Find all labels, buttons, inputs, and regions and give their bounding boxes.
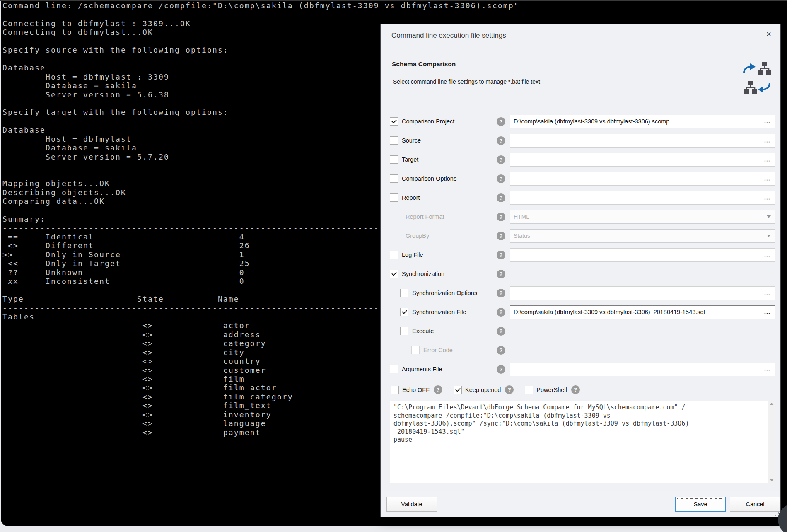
help-icon[interactable]: ? <box>497 117 505 126</box>
report-checkbox[interactable] <box>390 193 398 202</box>
scroll-down-icon[interactable] <box>770 479 774 481</box>
settings-form: Comparison Project ? … Source ? … <box>390 112 775 379</box>
log-file-input <box>514 251 762 258</box>
cancel-button[interactable]: Cancel <box>730 497 780 512</box>
screen: Command line: /schemacompare /compfile:"… <box>0 0 787 532</box>
help-icon[interactable]: ? <box>497 232 505 240</box>
source-label: Source <box>402 137 421 144</box>
synchronization-file-label: Synchronization File <box>412 309 466 315</box>
synchronization-file-checkbox[interactable] <box>400 308 408 316</box>
browse-button: … <box>762 365 773 373</box>
help-icon[interactable]: ? <box>497 193 505 202</box>
help-icon[interactable]: ? <box>497 213 505 221</box>
section-subtitle: Select command line file settings to man… <box>393 78 540 85</box>
comparison-project-input[interactable] <box>514 118 762 125</box>
comparison-options-label: Comparison Options <box>402 175 456 182</box>
bat-file-textarea[interactable]: "C:\Program Files\Devart\dbForge Schema … <box>390 401 768 483</box>
help-icon[interactable]: ? <box>497 270 505 278</box>
source-checkbox[interactable] <box>390 136 398 145</box>
browse-button: … <box>762 251 773 259</box>
report-label: Report <box>402 194 420 201</box>
report-format-label: Report Format <box>406 213 444 220</box>
execute-label: Execute <box>412 328 434 334</box>
echo-off-label: Echo OFF <box>402 387 430 393</box>
row-synchronization-file: Synchronization File ? … <box>390 302 775 322</box>
groupby-select: Status <box>510 229 775 243</box>
row-target: Target ? … <box>390 150 775 169</box>
keep-opened-checkbox[interactable] <box>454 386 462 394</box>
chevron-down-icon <box>767 215 771 218</box>
comparison-project-checkbox[interactable] <box>390 117 398 126</box>
bat-flags: Echo OFF ? Keep opened ? PowerShell ? <box>391 385 591 394</box>
error-code-checkbox <box>411 346 420 354</box>
browse-button[interactable]: … <box>762 118 773 125</box>
comparison-project-label: Comparison Project <box>402 118 454 125</box>
help-icon[interactable]: ? <box>571 385 580 394</box>
browse-button: … <box>762 137 773 144</box>
error-code-label: Error Code <box>423 347 453 353</box>
row-report-format: Report Format ? HTML <box>390 207 775 226</box>
help-icon[interactable]: ? <box>434 385 442 394</box>
row-comparison-options: Comparison Options ? … <box>390 169 775 188</box>
help-icon[interactable]: ? <box>497 289 505 297</box>
scrollbar[interactable] <box>768 401 775 483</box>
help-icon[interactable]: ? <box>497 174 505 183</box>
help-icon[interactable]: ? <box>497 365 505 374</box>
browse-button: … <box>762 289 773 297</box>
help-icon[interactable]: ? <box>497 308 505 317</box>
save-button[interactable]: Save <box>675 497 726 512</box>
arguments-file-checkbox[interactable] <box>390 365 398 373</box>
row-report: Report ? … <box>390 188 775 207</box>
report-format-select: HTML <box>510 210 775 224</box>
browse-button[interactable]: … <box>762 308 773 316</box>
groupby-value: Status <box>514 232 530 239</box>
help-icon[interactable]: ? <box>497 327 505 336</box>
row-groupby: GroupBy ? Status <box>390 226 775 245</box>
synchronization-options-label: Synchronization Options <box>412 290 477 296</box>
row-arguments-file: Arguments File ? … <box>390 360 775 379</box>
help-icon[interactable]: ? <box>497 346 505 355</box>
row-source: Source ? … <box>390 131 775 150</box>
schema-compare-icon <box>741 61 772 96</box>
target-input <box>514 156 762 163</box>
log-file-checkbox[interactable] <box>390 251 398 259</box>
flag-keep-opened: Keep opened ? <box>454 385 514 394</box>
synchronization-file-input[interactable] <box>514 309 762 315</box>
echo-off-checkbox[interactable] <box>391 386 399 394</box>
help-icon[interactable]: ? <box>497 251 505 259</box>
close-icon[interactable]: × <box>762 27 775 41</box>
dialog-button-bar: Validate Save Cancel <box>381 491 780 517</box>
chevron-down-icon <box>767 235 771 237</box>
synchronization-options-input <box>514 290 762 296</box>
comparison-options-checkbox[interactable] <box>390 174 398 183</box>
groupby-label: GroupBy <box>406 232 429 239</box>
validate-button[interactable]: Validate <box>386 497 437 512</box>
row-execute: Execute ? <box>390 322 775 341</box>
comparison-options-input <box>514 175 762 182</box>
row-comparison-project: Comparison Project ? … <box>390 112 775 131</box>
flag-echo-off: Echo OFF ? <box>391 385 442 394</box>
synchronization-label: Synchronization <box>402 271 444 277</box>
report-input <box>514 194 762 201</box>
help-icon[interactable]: ? <box>497 155 505 164</box>
report-format-value: HTML <box>514 213 529 220</box>
arguments-file-label: Arguments File <box>402 366 442 372</box>
help-icon[interactable]: ? <box>497 136 505 145</box>
bat-file-preview: "C:\Program Files\Devart\dbForge Schema … <box>390 401 775 483</box>
source-input <box>514 137 762 144</box>
target-checkbox[interactable] <box>390 155 398 164</box>
section-title: Schema Comparison <box>392 60 456 68</box>
command-line-settings-dialog: Command line execution file settings × S… <box>380 24 781 517</box>
browse-button: … <box>762 156 773 163</box>
arguments-file-input <box>514 366 762 372</box>
log-file-label: Log File <box>402 251 423 258</box>
synchronization-options-checkbox[interactable] <box>400 289 408 297</box>
row-log-file: Log File ? … <box>390 245 775 264</box>
help-icon[interactable]: ? <box>505 385 514 394</box>
scroll-up-icon[interactable] <box>770 403 774 405</box>
execute-checkbox[interactable] <box>400 327 408 335</box>
synchronization-checkbox[interactable] <box>390 270 398 278</box>
browse-button: … <box>762 194 773 201</box>
powershell-checkbox[interactable] <box>525 386 533 394</box>
dialog-title: Command line execution file settings <box>391 31 506 40</box>
